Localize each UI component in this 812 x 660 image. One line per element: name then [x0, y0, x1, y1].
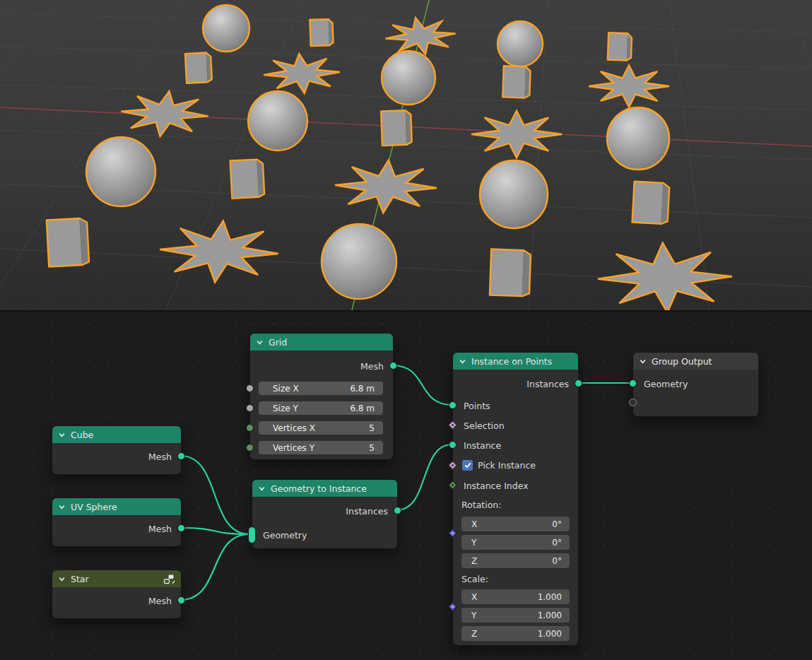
socket-grid-mesh-out[interactable] — [389, 362, 397, 370]
node-title: Instance on Points — [471, 356, 572, 367]
node-instance-on-points[interactable]: Instance on Points Instances Points Sele… — [452, 352, 579, 646]
viewport-canvas[interactable] — [0, 0, 812, 310]
field-label: Size Y — [273, 403, 298, 413]
instance-cube[interactable] — [502, 66, 531, 98]
instance-star[interactable] — [261, 52, 342, 95]
instance-cube[interactable] — [608, 33, 632, 60]
chevron-down-icon[interactable] — [256, 338, 264, 346]
socket-iop-instance-in[interactable] — [449, 441, 457, 449]
instance-cube[interactable] — [230, 159, 265, 199]
field-label: Vertices X — [273, 423, 315, 433]
node-title: UV Sphere — [71, 502, 175, 512]
chevron-down-icon[interactable] — [58, 503, 66, 511]
node-group-output[interactable]: Group Output Geometry — [632, 352, 759, 417]
node-title: Geometry to Instance — [271, 483, 392, 494]
node-title: Star — [71, 574, 158, 584]
instance-sphere[interactable] — [382, 51, 435, 105]
grid-vertices-y-field[interactable]: Vertices Y 5 — [259, 441, 383, 454]
node-grid[interactable]: Grid Mesh Size X 6.8 m Size Y 6.8 m Vert… — [249, 333, 394, 460]
instance-star[interactable] — [596, 242, 735, 310]
field-value: 6.8 m — [350, 403, 375, 413]
socket-cube-mesh-out[interactable] — [177, 452, 185, 460]
instance-sphere[interactable] — [498, 21, 543, 66]
node-star[interactable]: Star Mesh — [52, 570, 182, 619]
axis-label: Y — [471, 538, 476, 548]
output-label-mesh: Mesh — [148, 452, 172, 462]
instance-sphere[interactable] — [480, 160, 548, 228]
chevron-down-icon[interactable] — [639, 358, 647, 365]
field-label: Vertices Y — [273, 443, 314, 453]
socket-uv-sphere-mesh-out[interactable] — [177, 524, 185, 532]
axis-value: 1.000 — [538, 629, 562, 639]
instance-cube[interactable] — [310, 19, 333, 46]
input-label-pick-instance: Pick Instance — [478, 460, 536, 471]
instance-star[interactable] — [589, 65, 669, 107]
node-geometry-to-instance[interactable]: Geometry to Instance Instances Geometry — [252, 479, 398, 549]
input-label-selection: Selection — [464, 420, 505, 431]
axis-value: 1.000 — [538, 592, 562, 602]
input-label-geometry: Geometry — [263, 530, 307, 541]
socket-star-mesh-out[interactable] — [177, 596, 185, 604]
instance-cube[interactable] — [47, 218, 89, 266]
node-cube[interactable]: Cube Mesh — [52, 425, 182, 475]
instance-sphere[interactable] — [248, 91, 307, 151]
socket-g2i-geometry-multi-in[interactable] — [248, 526, 256, 543]
pick-instance-checkbox[interactable] — [462, 460, 473, 471]
socket-grid-size-y-in[interactable] — [246, 404, 254, 412]
output-label-mesh: Mesh — [360, 361, 384, 372]
instance-star[interactable] — [117, 89, 213, 139]
socket-grid-vertices-x-in[interactable] — [246, 424, 254, 432]
instance-star[interactable] — [332, 159, 439, 215]
node-uv-sphere[interactable]: UV Sphere Mesh — [52, 497, 182, 547]
axis-value: 0° — [552, 556, 562, 566]
node-title: Group Output — [652, 356, 753, 367]
chevron-down-icon[interactable] — [459, 358, 466, 365]
instance-cube[interactable] — [381, 110, 412, 146]
grid-size-y-field[interactable]: Size Y 6.8 m — [259, 401, 383, 415]
axis-label: Z — [471, 629, 477, 639]
instance-sphere[interactable] — [607, 107, 669, 170]
check-icon — [464, 462, 471, 469]
3d-viewport[interactable] — [0, 0, 812, 310]
input-label-instance-index: Instance Index — [464, 481, 529, 491]
axis-label: Z — [471, 556, 477, 566]
instance-star[interactable] — [471, 111, 562, 158]
field-label: Size X — [273, 384, 299, 394]
axis-value: 0° — [552, 519, 562, 529]
rotation-x-field[interactable]: X 0° — [461, 517, 570, 531]
field-value: 6.8 m — [350, 384, 375, 394]
chevron-down-icon[interactable] — [58, 575, 66, 583]
socket-g2i-instances-out[interactable] — [394, 507, 401, 514]
rotation-z-field[interactable]: Z 0° — [461, 553, 570, 568]
socket-group-output-geometry-in[interactable] — [629, 379, 637, 387]
output-label-mesh: Mesh — [148, 596, 172, 606]
chevron-down-icon[interactable] — [58, 431, 66, 439]
chevron-down-icon[interactable] — [258, 485, 266, 493]
instance-star[interactable] — [381, 16, 461, 57]
instance-sphere[interactable] — [322, 224, 396, 299]
grid-vertices-x-field[interactable]: Vertices X 5 — [259, 421, 383, 435]
instance-cube[interactable] — [490, 249, 531, 297]
socket-grid-vertices-y-in[interactable] — [246, 444, 254, 452]
axis-label: X — [471, 592, 477, 602]
axis-value: 1.000 — [538, 611, 562, 620]
socket-grid-size-x-in[interactable] — [246, 384, 254, 392]
rotation-y-field[interactable]: Y 0° — [461, 535, 570, 550]
output-label-instances: Instances — [526, 379, 569, 389]
socket-iop-instances-out[interactable] — [575, 379, 582, 387]
scale-z-field[interactable]: Z 1.000 — [461, 626, 570, 641]
node-group-icon — [163, 574, 175, 584]
instance-star[interactable] — [155, 218, 282, 284]
grid-size-x-field[interactable]: Size X 6.8 m — [259, 382, 383, 395]
axis-label: X — [471, 519, 477, 529]
instance-sphere[interactable] — [203, 5, 249, 52]
output-label-instances: Instances — [346, 506, 388, 517]
instance-cube[interactable] — [632, 182, 670, 225]
socket-group-output-virtual-in[interactable] — [629, 399, 637, 406]
scale-section-label: Scale: — [461, 574, 488, 584]
instance-cube[interactable] — [185, 52, 212, 83]
instance-sphere[interactable] — [86, 137, 155, 206]
socket-iop-points-in[interactable] — [449, 401, 457, 409]
scale-x-field[interactable]: X 1.000 — [461, 589, 570, 604]
scale-y-field[interactable]: Y 1.000 — [461, 608, 570, 623]
